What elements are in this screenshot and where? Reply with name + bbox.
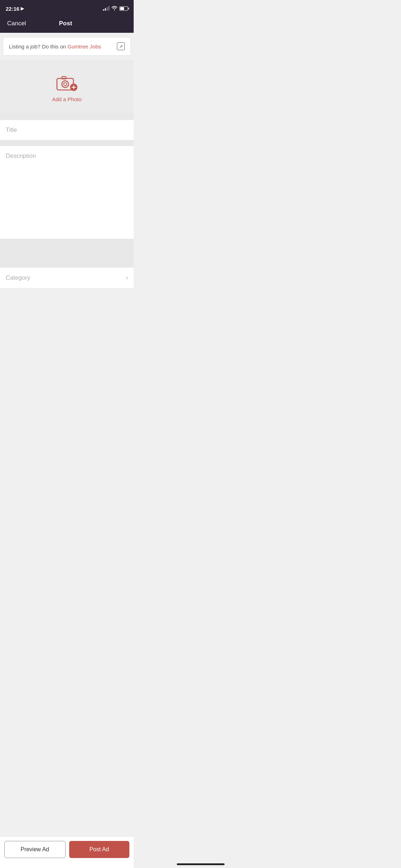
svg-point-2 (63, 83, 67, 86)
nav-bar: Cancel Post (0, 16, 134, 33)
cancel-button[interactable]: Cancel (7, 20, 26, 27)
category-row[interactable]: Category › (0, 267, 134, 288)
large-gap (0, 239, 134, 267)
banner-text: Listing a job? Do this on Gumtree Jobs (9, 43, 101, 50)
banner-link[interactable]: Gumtree Jobs (67, 43, 101, 50)
form-gap-1 (0, 140, 134, 146)
category-label: Category (6, 274, 30, 281)
external-link-icon[interactable] (117, 42, 125, 50)
location-icon: ▶ (21, 6, 24, 11)
svg-rect-3 (62, 77, 66, 79)
title-placeholder: Title (6, 126, 17, 133)
status-time: 22:16 ▶ (6, 6, 24, 12)
status-icons (103, 6, 128, 11)
chevron-right-icon: › (126, 274, 128, 281)
wifi-icon (112, 6, 117, 11)
description-placeholder: Description (6, 153, 36, 159)
add-photo-label: Add a Photo (52, 96, 82, 102)
time-display: 22:16 (6, 6, 19, 12)
svg-point-1 (62, 81, 68, 88)
photo-section[interactable]: Add a Photo (0, 60, 134, 113)
battery-icon (119, 6, 128, 11)
title-field-container[interactable]: Title (0, 120, 134, 140)
gumtree-jobs-banner[interactable]: Listing a job? Do this on Gumtree Jobs (3, 37, 131, 56)
signal-icon (103, 6, 109, 11)
status-bar: 22:16 ▶ (0, 0, 134, 16)
section-divider (0, 113, 134, 120)
camera-icon (56, 74, 78, 93)
nav-title: Post (59, 20, 72, 27)
description-field-container[interactable]: Description (0, 146, 134, 239)
banner-static-text: Listing a job? Do this on (9, 43, 67, 50)
